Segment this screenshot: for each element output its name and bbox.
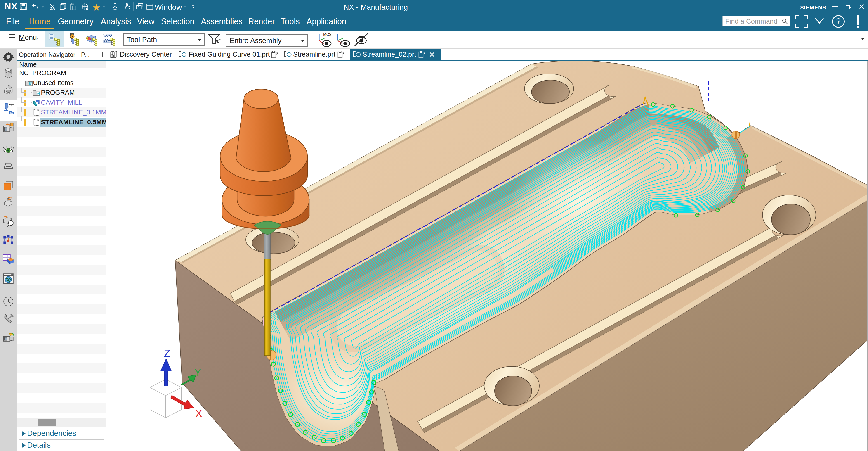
svg-text:Y: Y: [194, 366, 202, 378]
svg-text:MCS: MCS: [323, 32, 332, 36]
svg-text:Z: Z: [164, 348, 170, 359]
svg-text:?: ?: [836, 17, 841, 26]
svg-text:X: X: [195, 408, 202, 419]
